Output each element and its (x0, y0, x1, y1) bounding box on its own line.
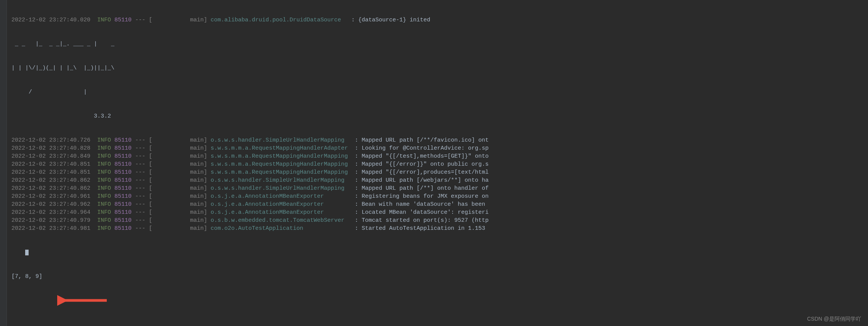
log-timestamp: 2022-12-02 23:27:40.962 (11, 201, 90, 208)
log-logger-class: o.s.w.s.handler.SimpleUrlHandlerMapping (211, 177, 351, 184)
log-pid: 85110 (114, 145, 132, 152)
log-message: Mapped URL path [/**/favicon.ico] ont (362, 137, 489, 144)
watermark-text: CSDN @是阿俏同学吖 (807, 315, 861, 323)
log-timestamp: 2022-12-02 23:27:40.726 (11, 137, 90, 144)
log-sep: --- (135, 161, 145, 168)
log-colon: : (355, 145, 358, 152)
log-thread: [ main] (149, 217, 207, 224)
log-colon: : (355, 153, 358, 160)
log-pid: 85110 (114, 17, 132, 23)
log-level: INFO (97, 17, 111, 23)
log-pid: 85110 (114, 177, 132, 184)
log-colon: : (355, 217, 358, 224)
log-pid: 85110 (114, 217, 132, 224)
log-logger-class: com.o2o.AutoTestApplication (211, 225, 351, 232)
log-thread: [ main] (149, 153, 207, 160)
log-colon: : (355, 161, 358, 168)
log-timestamp: 2022-12-02 23:27:40.961 (11, 193, 90, 200)
log-timestamp: 2022-12-02 23:27:40.862 (11, 177, 90, 184)
log-logger-class: o.s.b.w.embedded.tomcat.TomcatWebServer (211, 217, 351, 224)
log-message: Mapped URL path [/**] onto handler of (362, 185, 489, 192)
log-message: Bean with name 'dataSource' has been (362, 201, 489, 208)
ascii-art-line: | | |\/|_)(_| | |_\ |_)||_|_\ (11, 64, 865, 72)
log-line: 2022-12-02 23:27:40.862 INFO 85110 --- [… (11, 184, 865, 192)
log-message: Mapped "{[/error]}" onto public org.s (362, 161, 489, 168)
log-level: INFO (97, 217, 111, 224)
log-pid: 85110 (114, 161, 132, 168)
log-thread: [ main] (149, 185, 207, 192)
log-thread: [ main] (149, 193, 207, 200)
log-colon: : (355, 169, 358, 176)
log-message: Tomcat started on port(s): 9527 (http (362, 217, 489, 224)
log-timestamp: 2022-12-02 23:27:40.981 (11, 225, 90, 232)
log-line: 2022-12-02 23:27:40.020 INFO 85110 --- [… (11, 16, 865, 24)
log-logger-class: com.alibaba.druid.pool.DruidDataSource (211, 17, 341, 23)
console-output[interactable]: 2022-12-02 23:27:40.020 INFO 85110 --- [… (7, 0, 868, 326)
ascii-art-line: _ _ |_ _ _|_. ___ _ | _ (11, 40, 865, 48)
log-sep: --- (135, 145, 145, 152)
log-message: Started AutoTestApplication in 1.153 (362, 225, 489, 232)
log-sep: --- (135, 169, 145, 176)
log-line: 2022-12-02 23:27:40.851 INFO 85110 --- [… (11, 168, 865, 176)
log-logger-class: s.w.s.m.m.a.RequestMappingHandlerAdapter (211, 145, 351, 152)
log-sep: --- (135, 209, 145, 216)
console-cursor (25, 250, 29, 255)
log-timestamp: 2022-12-02 23:27:40.020 (11, 17, 90, 23)
log-logger-class: o.s.w.s.handler.SimpleUrlHandlerMapping (211, 185, 351, 192)
log-logger-class: o.s.j.e.a.AnnotationMBeanExporter (211, 209, 351, 216)
log-message: Mapped "{[/test],methods=[GET]}" onto (362, 153, 489, 160)
log-level: INFO (97, 153, 111, 160)
log-colon: : (355, 209, 358, 216)
log-pid: 85110 (114, 137, 132, 144)
log-colon: : (355, 193, 358, 200)
log-pid: 85110 (114, 153, 132, 160)
log-level: INFO (97, 193, 111, 200)
log-sep: --- (135, 185, 145, 192)
log-level: INFO (97, 137, 111, 144)
log-sep: --- (135, 153, 145, 160)
log-colon: : (355, 137, 358, 144)
log-logger-class: o.s.w.s.handler.SimpleUrlHandlerMapping (211, 137, 351, 144)
log-pid: 85110 (114, 185, 132, 192)
log-level: INFO (97, 177, 111, 184)
log-message: Mapped URL path [/webjars/**] onto ha (362, 177, 489, 184)
log-sep: --- (135, 193, 145, 200)
log-sep: --- (135, 17, 145, 23)
log-colon: : (351, 17, 355, 23)
log-level: INFO (97, 209, 111, 216)
log-line: 2022-12-02 23:27:40.964 INFO 85110 --- [… (11, 208, 865, 216)
log-thread: [ main] (149, 161, 207, 168)
log-timestamp: 2022-12-02 23:27:40.851 (11, 161, 90, 168)
log-message: Looking for @ControllerAdvice: org.sp (362, 145, 489, 152)
log-message: Registering beans for JMX exposure on (362, 193, 489, 200)
log-logger-class: s.w.s.m.m.a.RequestMappingHandlerMapping (211, 169, 351, 176)
log-colon: : (355, 201, 358, 208)
log-sep: --- (135, 201, 145, 208)
log-pid: 85110 (114, 201, 132, 208)
log-line: 2022-12-02 23:27:40.849 INFO 85110 --- [… (11, 152, 865, 160)
log-line: 2022-12-02 23:27:40.828 INFO 85110 --- [… (11, 144, 865, 152)
log-timestamp: 2022-12-02 23:27:40.979 (11, 217, 90, 224)
program-output: [7, 8, 9] (11, 273, 865, 281)
log-message: Mapped "{[/error],produces=[text/html (362, 169, 489, 176)
log-thread: [ main] (149, 225, 207, 232)
editor-gutter (0, 0, 7, 326)
log-logger-class: s.w.s.m.m.a.RequestMappingHandlerMapping (211, 153, 351, 160)
log-line: 2022-12-02 23:27:40.851 INFO 85110 --- [… (11, 160, 865, 168)
log-thread: [ main] (149, 209, 207, 216)
log-sep: --- (135, 137, 145, 144)
log-thread: [ main] (149, 169, 207, 176)
log-logger-class: o.s.j.e.a.AnnotationMBeanExporter (211, 193, 351, 200)
log-sep: --- (135, 217, 145, 224)
log-pid: 85110 (114, 169, 132, 176)
log-sep: --- (135, 225, 145, 232)
log-timestamp: 2022-12-02 23:27:40.964 (11, 209, 90, 216)
log-colon: : (355, 177, 358, 184)
log-body: 2022-12-02 23:27:40.726 INFO 85110 --- [… (11, 136, 865, 232)
log-thread: [ main] (149, 177, 207, 184)
log-pid: 85110 (114, 225, 132, 232)
log-logger-class: o.s.j.e.a.AnnotationMBeanExporter (211, 201, 351, 208)
log-level: INFO (97, 225, 111, 232)
log-line: 2022-12-02 23:27:40.726 INFO 85110 --- [… (11, 136, 865, 144)
log-line: 2022-12-02 23:27:40.979 INFO 85110 --- [… (11, 216, 865, 224)
